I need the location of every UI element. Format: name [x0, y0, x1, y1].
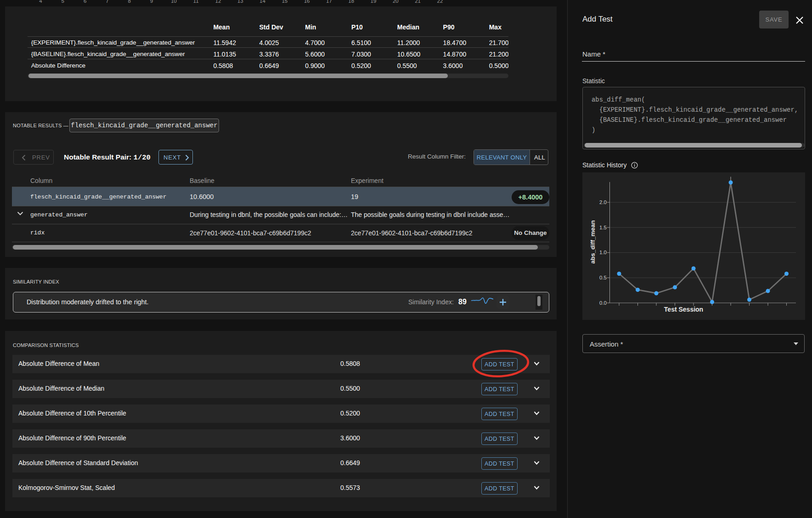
- svg-text:1.5: 1.5: [599, 225, 607, 230]
- svg-text:Test Session: Test Session: [664, 306, 703, 313]
- svg-text:0.0: 0.0: [599, 300, 607, 306]
- svg-text:1.0: 1.0: [599, 250, 607, 255]
- svg-text:2.0: 2.0: [599, 199, 607, 205]
- svg-text:0.5: 0.5: [599, 275, 607, 280]
- svg-text:abs_diff_mean: abs_diff_mean: [589, 220, 596, 264]
